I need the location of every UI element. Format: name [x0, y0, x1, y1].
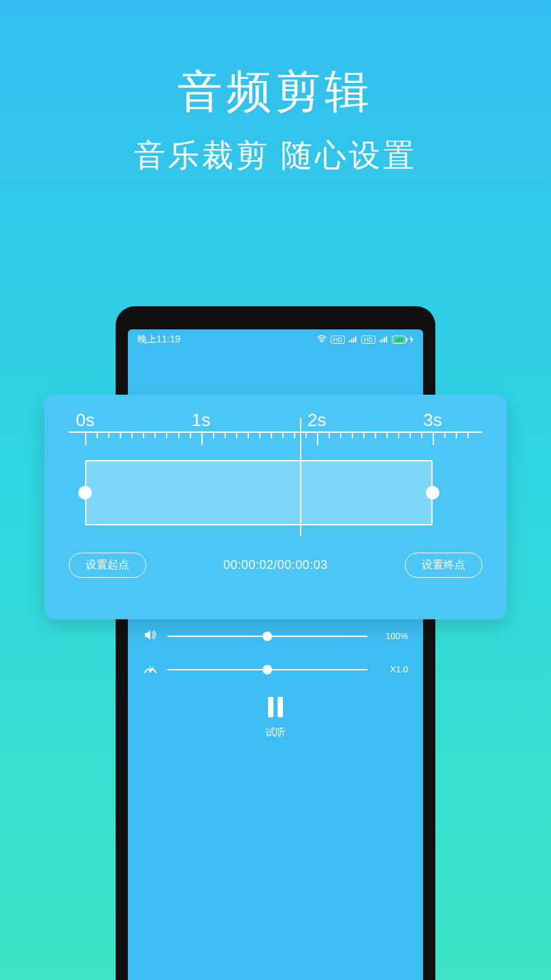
pause-icon[interactable] — [143, 696, 408, 722]
svg-point-15 — [146, 670, 147, 671]
svg-point-0 — [321, 342, 322, 343]
hero-title: 音频剪辑 — [0, 61, 551, 122]
signal-2-icon — [380, 336, 388, 344]
volume-knob[interactable] — [263, 632, 272, 641]
ruler-label: 1s — [192, 410, 210, 431]
ruler-labels: 0s 1s 2s 3s — [69, 410, 482, 430]
svg-rect-1 — [349, 340, 350, 342]
volume-slider[interactable]: 100% — [143, 629, 408, 643]
wifi-icon — [317, 335, 327, 344]
svg-rect-18 — [268, 697, 273, 717]
svg-point-17 — [150, 666, 151, 668]
speed-knob[interactable] — [263, 665, 272, 674]
speed-icon — [143, 662, 158, 676]
ruler-label: 0s — [76, 410, 95, 431]
set-start-button[interactable]: 设置起点 — [69, 553, 146, 578]
volume-track[interactable] — [167, 636, 367, 637]
status-icons: HD HD 100 — [317, 335, 414, 344]
battery-icon: 100 — [392, 336, 414, 344]
svg-rect-11 — [406, 338, 407, 342]
speed-track[interactable] — [167, 669, 367, 670]
playhead[interactable] — [300, 418, 301, 536]
selection-end-handle[interactable] — [426, 486, 439, 500]
editor-card: 0s 1s 2s 3s 设置起点 00:00:02/00:00:03 设置终点 — [44, 395, 507, 619]
speed-value: X1.0 — [377, 664, 408, 674]
hero: 音频剪辑 音乐裁剪 随心设置 — [0, 0, 551, 177]
selection-start-handle[interactable] — [78, 486, 92, 500]
svg-rect-6 — [382, 339, 383, 342]
editor-controls: 设置起点 00:00:02/00:00:03 设置终点 — [69, 553, 482, 578]
svg-rect-2 — [351, 339, 352, 342]
hero-subtitle: 音乐裁剪 随心设置 — [0, 135, 551, 177]
play-area: 试听 — [143, 696, 408, 739]
selection-area[interactable] — [69, 460, 482, 525]
slider-panel: 100% X1.0 试听 — [128, 629, 423, 739]
svg-rect-19 — [278, 697, 283, 717]
svg-rect-7 — [384, 338, 385, 342]
svg-text:100: 100 — [395, 338, 403, 342]
svg-rect-4 — [355, 336, 356, 342]
volume-icon — [143, 629, 158, 643]
status-time: 晚上11:19 — [137, 333, 180, 346]
hd-badge-icon: HD — [331, 336, 345, 344]
play-label: 试听 — [143, 726, 408, 739]
speed-slider[interactable]: X1.0 — [143, 662, 408, 676]
ruler-label: 3s — [423, 410, 441, 431]
volume-value: 100% — [377, 631, 408, 641]
ruler-label: 2s — [307, 410, 326, 431]
signal-icon — [349, 336, 357, 344]
svg-rect-5 — [380, 340, 381, 342]
selection-box[interactable] — [85, 460, 433, 525]
svg-point-16 — [154, 670, 155, 671]
time-readout: 00:00:02/00:00:03 — [223, 558, 328, 572]
ruler — [69, 431, 482, 449]
svg-rect-3 — [353, 338, 354, 342]
svg-rect-8 — [386, 336, 387, 342]
status-bar: 晚上11:19 HD HD 100 — [128, 329, 423, 348]
set-end-button[interactable]: 设置终点 — [405, 553, 482, 578]
hd-badge-2-icon: HD — [361, 336, 375, 344]
